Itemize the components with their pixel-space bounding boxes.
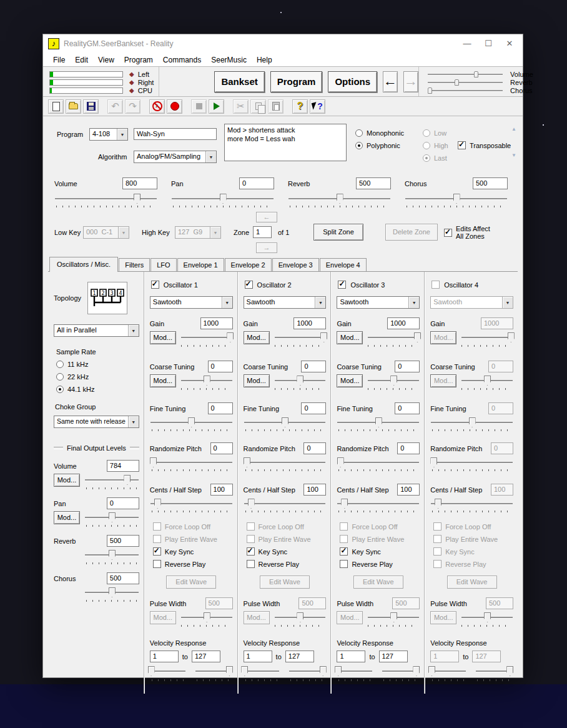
monophonic-radio[interactable]	[355, 129, 363, 137]
gain-slider[interactable]	[461, 332, 513, 344]
velocity-low-input[interactable]: 1	[337, 651, 365, 662]
slider-thumb[interactable]	[337, 457, 344, 467]
transposable-option[interactable]: Transposable	[458, 141, 511, 149]
sample-rate-radio[interactable]	[56, 361, 64, 368]
nav-button[interactable]: Options	[328, 71, 377, 92]
velocity-high-input[interactable]: 127	[192, 651, 220, 662]
gain-mod-button[interactable]: Mod...	[150, 331, 176, 344]
monophonic-option[interactable]: Monophonic	[355, 129, 404, 137]
output-value-input[interactable]: 0	[107, 497, 139, 509]
gain-value-input[interactable]: 1000	[293, 317, 326, 329]
tab[interactable]: Oscillators / Misc.	[49, 257, 118, 272]
oscillator-checkbox[interactable]	[245, 281, 253, 289]
maximize-button[interactable]: ☐	[478, 36, 499, 52]
slider-thumb[interactable]	[134, 194, 141, 204]
slider-thumb[interactable]	[508, 332, 515, 342]
cents-half-step-slider[interactable]	[337, 498, 420, 510]
slider-thumb[interactable]	[469, 417, 476, 427]
slider-thumb[interactable]	[430, 457, 437, 467]
slider-thumb[interactable]	[484, 376, 491, 386]
velocity-high-slider[interactable]	[195, 666, 231, 677]
coarse-mod-button[interactable]: Mod...	[337, 374, 363, 387]
split-zone-button[interactable]: Split Zone	[313, 224, 363, 241]
tab[interactable]: LFO	[150, 258, 176, 271]
slider-thumb[interactable]	[109, 512, 116, 522]
slider-thumb[interactable]	[109, 587, 116, 597]
pulse-width-slider[interactable]	[367, 612, 420, 624]
oscillator-enable-option[interactable]: Oscillator 3	[338, 281, 420, 289]
key-sync-checkbox[interactable]	[340, 547, 348, 556]
slider-thumb[interactable]	[220, 194, 227, 204]
velocity-high-input[interactable]: 127	[379, 651, 408, 662]
slider-thumb[interactable]	[227, 332, 234, 342]
coarse-tuning-slider[interactable]	[367, 375, 420, 387]
waveform-select[interactable]: Sawtooth ▼	[244, 296, 327, 309]
oscillator-checkbox[interactable]	[338, 281, 346, 289]
slider-thumb[interactable]	[375, 417, 382, 427]
pulse-width-slider[interactable]	[180, 612, 233, 624]
menu-item[interactable]: SeerMusic	[206, 56, 252, 64]
slider-thumb[interactable]	[150, 457, 157, 467]
tab[interactable]: Envelope 2	[225, 258, 272, 271]
cents-half-step-input[interactable]: 100	[397, 484, 420, 496]
program-name-input[interactable]: Wah-Syn	[134, 128, 217, 140]
slider-thumb[interactable]	[484, 612, 491, 622]
cents-half-step-slider[interactable]	[150, 498, 233, 510]
coarse-mod-button[interactable]: Mod...	[430, 374, 456, 387]
coarse-tuning-input[interactable]: 0	[208, 361, 233, 372]
key-sync-option[interactable]: Key Sync	[340, 547, 420, 556]
slider-thumb[interactable]	[320, 332, 327, 342]
tab[interactable]: Filters	[119, 258, 150, 271]
gain-slider[interactable]	[274, 332, 327, 344]
slider-thumb[interactable]	[414, 332, 421, 342]
minimize-button[interactable]: —	[456, 36, 478, 52]
record-button[interactable]	[167, 99, 182, 114]
menu-item[interactable]: Commands	[158, 56, 206, 64]
slider-thumb[interactable]	[337, 194, 343, 204]
fine-tuning-slider[interactable]	[430, 417, 513, 429]
gain-mod-button[interactable]: Mod...	[430, 331, 456, 344]
cents-half-step-input[interactable]: 100	[210, 484, 233, 496]
sample-rate-option[interactable]: 11 kHz	[56, 361, 139, 368]
slider-thumb[interactable]	[188, 417, 195, 427]
oscillator-enable-option[interactable]: Oscillator 4	[431, 281, 513, 289]
oscillator-enable-option[interactable]: Oscillator 2	[245, 281, 327, 289]
close-button[interactable]: ✕	[499, 36, 520, 52]
menu-item[interactable]: Edit	[70, 56, 93, 64]
coarse-tuning-slider[interactable]	[274, 375, 327, 387]
scroll-up-icon[interactable]: ▲	[511, 126, 516, 132]
cents-half-step-input[interactable]: 100	[491, 484, 513, 496]
velocity-low-slider[interactable]	[430, 666, 466, 677]
slider-thumb[interactable]	[413, 666, 420, 676]
fine-tuning-input[interactable]: 0	[488, 402, 513, 414]
coarse-tuning-input[interactable]: 0	[488, 361, 513, 372]
reverse-play-option[interactable]: Reverse Play	[153, 560, 233, 568]
reverse-play-option[interactable]: Reverse Play	[433, 560, 513, 568]
velocity-low-slider[interactable]	[244, 666, 280, 677]
cents-half-step-input[interactable]: 100	[303, 484, 326, 496]
level-value-input[interactable]: 500	[473, 177, 508, 189]
open-button[interactable]	[66, 99, 81, 114]
save-button[interactable]	[83, 99, 99, 114]
slider-thumb[interactable]	[453, 194, 460, 204]
algorithm-select[interactable]: Analog/FM/Sampling ▼	[134, 151, 217, 163]
menu-item[interactable]: Help	[252, 56, 277, 64]
reverse-play-checkbox[interactable]	[153, 560, 161, 568]
key-sync-checkbox[interactable]	[153, 547, 161, 556]
randomize-pitch-slider[interactable]	[150, 457, 233, 469]
mod-button[interactable]: Mod...	[54, 511, 80, 524]
fine-tuning-slider[interactable]	[337, 417, 420, 429]
randomize-pitch-input[interactable]: 0	[303, 442, 326, 454]
gain-mod-button[interactable]: Mod...	[337, 331, 363, 344]
output-value-input[interactable]: 500	[107, 535, 139, 547]
sample-rate-radio[interactable]	[56, 386, 64, 393]
key-sync-checkbox[interactable]	[247, 547, 255, 556]
coarse-mod-button[interactable]: Mod...	[150, 374, 176, 387]
velocity-high-slider[interactable]	[288, 666, 325, 677]
transposable-checkbox[interactable]	[458, 141, 466, 149]
polyphonic-option[interactable]: Polyphonic	[355, 142, 400, 149]
program-comment-box[interactable]: Mod > shortens attack more Mod = Less wa…	[224, 124, 347, 161]
gain-slider[interactable]	[180, 332, 233, 344]
gain-value-input[interactable]: 1000	[481, 317, 513, 329]
waveform-select[interactable]: Sawtooth ▼	[430, 296, 513, 309]
